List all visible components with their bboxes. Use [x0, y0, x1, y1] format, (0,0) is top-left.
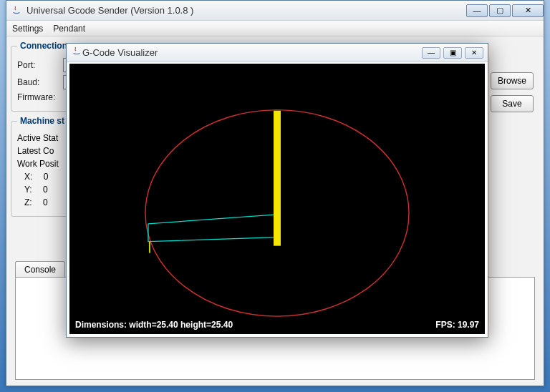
active-state-label: Active Stat — [17, 133, 58, 143]
visualizer-titlebar: G-Code Visualizer — ▣ ✕ — [67, 44, 488, 62]
tab-console[interactable]: Console — [15, 261, 65, 278]
main-window-title: Universal Gcode Sender (Version 1.0.8 ) — [26, 5, 465, 16]
visualizer-close-button[interactable]: ✕ — [465, 47, 483, 59]
visualizer-title: G-Code Visualizer — [82, 47, 419, 58]
work-position-label: Work Posit — [17, 159, 59, 169]
browse-button[interactable]: Browse — [491, 72, 534, 89]
toolpath-triangle — [148, 215, 276, 242]
minimize-button[interactable]: — — [466, 4, 488, 17]
y-label: Y: — [24, 185, 32, 195]
close-button[interactable]: ✕ — [512, 4, 544, 17]
connection-legend: Connection — [17, 41, 70, 51]
visualizer-window: G-Code Visualizer — ▣ ✕ Dimensions: widt… — [66, 43, 488, 338]
machine-status-legend: Machine st — [17, 116, 67, 126]
z-label: Z: — [24, 197, 32, 207]
visualizer-minimize-button[interactable]: — — [422, 47, 440, 59]
gcode-plot — [69, 64, 485, 334]
latest-comment-label: Latest Co — [17, 146, 54, 156]
visualizer-maximize-button[interactable]: ▣ — [443, 47, 462, 59]
window-buttons: — ▢ ✕ — [465, 4, 544, 17]
dimensions-readout: Dimensions: width=25.40 height=25.40 — [75, 320, 233, 330]
java-icon — [71, 46, 82, 59]
menu-pendant[interactable]: Pendant — [53, 24, 85, 34]
menu-settings[interactable]: Settings — [12, 24, 43, 34]
baud-label: Baud: — [17, 77, 59, 87]
z-value: 0 — [43, 197, 48, 207]
java-icon — [11, 5, 22, 16]
x-value: 0 — [44, 172, 49, 182]
main-titlebar: Universal Gcode Sender (Version 1.0.8 ) … — [6, 1, 544, 21]
tool-cursor — [274, 111, 281, 246]
menubar: Settings Pendant — [6, 21, 544, 36]
y-value: 0 — [43, 185, 48, 195]
port-label: Port: — [17, 60, 59, 70]
visualizer-canvas[interactable]: Dimensions: width=25.40 height=25.40 FPS… — [69, 64, 485, 334]
save-button[interactable]: Save — [491, 95, 534, 112]
x-label: X: — [24, 172, 32, 182]
maximize-button[interactable]: ▢ — [489, 4, 511, 17]
tabbar: Console — [15, 261, 67, 278]
firmware-label: Firmware: — [17, 92, 59, 102]
fps-readout: FPS: 19.97 — [435, 320, 479, 330]
